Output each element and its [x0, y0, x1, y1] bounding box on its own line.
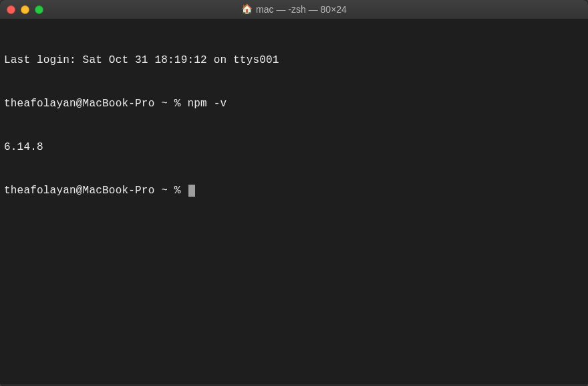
terminal-window: 🏠 mac — -zsh — 80×24 Last login: Sat Oct…	[0, 0, 588, 386]
terminal-prompt: theafolayan@MacBook-Pro ~ %	[4, 185, 187, 197]
close-button[interactable]	[7, 5, 15, 14]
title-container: 🏠 mac — -zsh — 80×24	[0, 4, 588, 15]
cursor	[188, 185, 195, 197]
terminal-line: theafolayan@MacBook-Pro ~ % npm -v	[4, 97, 584, 112]
terminal-prompt-line: theafolayan@MacBook-Pro ~ %	[4, 184, 584, 199]
terminal-line: 6.14.8	[4, 140, 584, 155]
window-title: mac — -zsh — 80×24	[256, 4, 347, 15]
terminal-body[interactable]: Last login: Sat Oct 31 18:19:12 on ttys0…	[0, 19, 588, 384]
maximize-button[interactable]	[35, 5, 43, 14]
titlebar[interactable]: 🏠 mac — -zsh — 80×24	[0, 0, 588, 19]
terminal-line: Last login: Sat Oct 31 18:19:12 on ttys0…	[4, 54, 584, 68]
traffic-lights	[0, 5, 43, 14]
minimize-button[interactable]	[21, 5, 29, 14]
home-folder-icon: 🏠	[241, 4, 252, 15]
